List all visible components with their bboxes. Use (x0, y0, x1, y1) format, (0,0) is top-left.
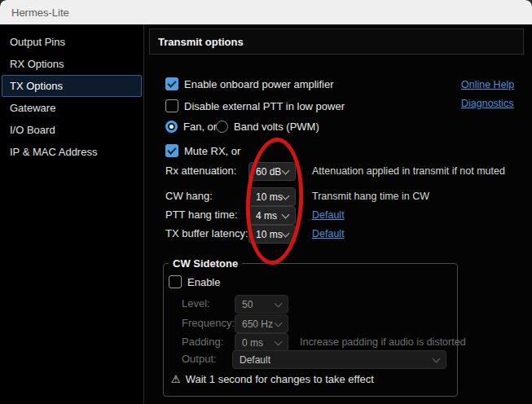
rx-attenuation-label: Rx attenuation: (165, 162, 236, 180)
enable-pa-label: Enable onboard power amplifier (184, 78, 334, 90)
chevron-down-icon (275, 337, 283, 345)
sidetone-padding-select: 0 ms (235, 333, 288, 352)
checkbox-unchecked-icon (169, 275, 182, 288)
disable-ptt-checkbox[interactable]: Disable external PTT in low power mode (165, 99, 347, 112)
sidetone-enable-label: Enable (187, 276, 220, 288)
chevron-down-icon (433, 354, 441, 362)
tx-buffer-default-link[interactable]: Default (312, 228, 345, 239)
sidetone-padding-label: Padding: (182, 333, 223, 351)
sidetone-enable-checkbox[interactable]: Enable (169, 275, 220, 288)
ptt-hang-select[interactable]: 4 ms (248, 206, 296, 225)
sidetone-warning: ⚠ Wait 1 second for changes to take effe… (171, 373, 374, 385)
rx-attenuation-hint: Attenuation applied in transmit if not m… (312, 162, 505, 180)
sidebar-item-output-pins[interactable]: Output Pins (0, 31, 143, 53)
cw-hang-hint: Transmit hang time in CW (312, 187, 429, 205)
sidebar-item-tx-options[interactable]: TX Options (2, 75, 142, 97)
mute-rx-checkbox[interactable]: Mute RX, or (165, 144, 240, 157)
fan-radio[interactable]: Fan, or (165, 121, 217, 133)
checkbox-checked-icon (165, 144, 178, 157)
hermes-lite-window: Hermes-Lite Output Pins RX Options TX Op… (0, 0, 532, 404)
sidetone-frequency-label: Frequency: (182, 314, 235, 332)
rx-attenuation-select[interactable]: 60 dB (248, 162, 296, 181)
sidebar-item-io-board[interactable]: I/O Board (0, 119, 143, 141)
radio-unselected-icon (216, 121, 228, 133)
online-help-link[interactable]: Online Help (461, 79, 514, 90)
cw-hang-label: CW hang: (165, 187, 213, 205)
checkbox-checked-icon (165, 77, 178, 90)
sidebar-item-rx-options[interactable]: RX Options (0, 53, 143, 75)
page-title: Transmit options (149, 29, 524, 55)
window-title: Hermes-Lite (11, 7, 69, 19)
sidetone-level-select: 50 (235, 295, 288, 314)
chevron-down-icon (282, 191, 290, 200)
ptt-hang-default-link[interactable]: Default (312, 209, 345, 221)
fan-radio-label: Fan, or (183, 121, 217, 133)
ptt-hang-label: PTT hang time: (165, 206, 238, 224)
sidetone-padding-hint: Increase padding if audio is distorted (300, 333, 466, 351)
chevron-down-icon (282, 210, 290, 218)
cw-hang-select[interactable]: 10 ms (248, 187, 296, 206)
band-volts-radio-label: Band volts (PWM) (234, 121, 319, 133)
main-panel: Transmit options Online Help Diagnostics… (145, 24, 532, 404)
sidetone-warning-text: Wait 1 second for changes to take effect (186, 373, 374, 385)
chevron-down-icon (282, 166, 290, 174)
radio-selected-icon (165, 121, 178, 133)
cw-sidetone-group-title: CW Sidetone (169, 257, 242, 270)
diagnostics-link[interactable]: Diagnostics (461, 98, 514, 109)
sidebar-nav: Output Pins RX Options TX Options Gatewa… (0, 24, 144, 404)
chevron-down-icon (282, 229, 290, 237)
sidebar-item-gateware[interactable]: Gateware (0, 97, 143, 119)
sidetone-frequency-select: 650 Hz (235, 314, 288, 333)
warning-icon: ⚠ (171, 373, 181, 385)
chevron-down-icon (275, 318, 283, 327)
tx-buffer-label: TX buffer latency: (165, 225, 248, 243)
sidetone-level-label: Level: (182, 295, 210, 313)
titlebar: Hermes-Lite (0, 0, 532, 24)
sidebar-item-ip-mac-address[interactable]: IP & MAC Address (0, 141, 143, 163)
mute-rx-label: Mute RX, or (184, 145, 240, 157)
enable-pa-checkbox[interactable]: Enable onboard power amplifier (165, 77, 334, 90)
sidetone-output-label: Output: (182, 350, 217, 368)
band-volts-radio[interactable]: Band volts (PWM) (216, 121, 319, 133)
checkbox-unchecked-icon (165, 99, 178, 112)
disable-ptt-label: Disable external PTT in low power mode (184, 100, 347, 112)
sidetone-output-select: Default (232, 350, 446, 369)
tx-buffer-select[interactable]: 10 ms (248, 225, 296, 244)
chevron-down-icon (275, 299, 283, 307)
